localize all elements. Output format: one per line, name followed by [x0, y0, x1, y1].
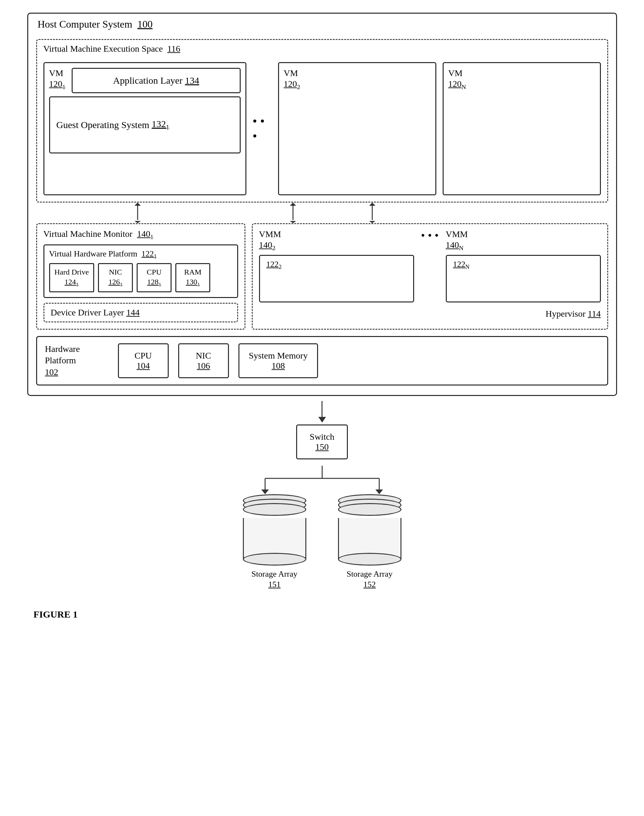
svg-marker-1 — [135, 202, 141, 206]
switch-label: Switch — [310, 432, 334, 442]
cpu-hw-box: CPU 104 — [118, 343, 169, 378]
device-driver-label: Device Driver Layer — [51, 308, 124, 317]
vm-execution-id: 116 — [167, 44, 180, 54]
arrows-between-vms-vmm — [36, 202, 608, 223]
guest-os-id: 1321 — [152, 119, 169, 131]
hw-platform-id: 102 — [45, 367, 58, 377]
arrow-hw-to-switch — [21, 399, 623, 424]
vmn-box: VM 120N — [443, 62, 601, 195]
vmm-right-group: VMM 1402 1222 • • • VMM — [252, 223, 608, 330]
vhp1-box: Virtual Hardware Platform 1221 Hard Driv… — [43, 244, 238, 298]
vmm-right-top: VMM 1402 1222 • • • VMM — [259, 229, 601, 302]
system-memory-id: 108 — [271, 361, 285, 370]
cylinder-body-152 — [338, 518, 402, 559]
vm-execution-space-box: Virtual Machine Execution Space 116 VM 1… — [36, 39, 608, 202]
arrows-svg — [36, 202, 608, 223]
host-computer-label: Host Computer System 100 — [38, 18, 153, 30]
figure-label-text: FIGURE 1 — [34, 609, 78, 620]
storage-152-label: Storage Array 152 — [347, 569, 393, 590]
system-memory-label: System Memory — [249, 351, 308, 360]
storage-section: Storage Array 151 Storage Array 152 — [21, 494, 623, 609]
vm-dots-separator: • • • — [253, 114, 272, 144]
host-computer-box: Host Computer System 100 Virtual Machine… — [27, 13, 617, 396]
cpu1-label: CPU — [147, 268, 162, 276]
vmmn-label: VMM 140N — [446, 229, 601, 252]
device-driver-box: Device Driver Layer 144 — [43, 303, 238, 322]
hypervisor-id: 114 — [588, 309, 601, 318]
cylinder-bottom-152 — [338, 553, 402, 566]
guest-os-label: Guest Operating System — [57, 119, 149, 130]
storage-152-id: 152 — [363, 580, 376, 589]
svg-marker-12 — [261, 490, 269, 494]
storage-151-id: 151 — [268, 580, 281, 589]
vhpn-box: 122N — [446, 255, 601, 302]
vmm2-label: VMM 1402 — [259, 229, 414, 252]
svg-marker-4 — [290, 202, 296, 206]
vm-execution-inner: VM 1201 Application Layer 134 Guest Oper… — [43, 62, 601, 195]
svg-marker-14 — [376, 490, 383, 494]
nic-hw-label: NIC — [196, 351, 211, 360]
application-layer-box: Application Layer 134 — [72, 68, 240, 93]
arrow-line-vertical — [322, 401, 322, 417]
vm-right-group: VM 1202 VM 120N — [278, 62, 601, 195]
vhp2-box: 1222 — [259, 255, 414, 302]
vm2-box: VM 1202 — [278, 62, 436, 195]
vm2-label: VM 1202 — [284, 68, 300, 91]
host-inner: Virtual Machine Execution Space 116 VM 1… — [36, 39, 608, 386]
cylinder-body-151 — [243, 518, 306, 559]
app-layer-label: Application Layer — [113, 75, 182, 86]
diagram-container: Host Computer System 100 Virtual Machine… — [21, 13, 623, 626]
vm1-id: 1201 — [49, 79, 66, 89]
svg-marker-8 — [369, 221, 376, 223]
cpu-hw-id: 104 — [136, 361, 150, 370]
vhp2-label: 1222 — [266, 260, 282, 270]
cyl-ring-3b — [338, 503, 402, 516]
vm1-header: VM 1201 Application Layer 134 — [49, 68, 241, 93]
hardware-platform-section: HardwarePlatform 102 CPU 104 NIC 106 Sys… — [36, 336, 608, 386]
hw-platform-label: HardwarePlatform 102 — [45, 343, 109, 378]
vmmn-section: VMM 140N 122N — [446, 229, 601, 302]
cpu-hw-label: CPU — [135, 351, 152, 360]
vmm1-box: Virtual Machine Monitor 1401 Virtual Har… — [36, 223, 245, 330]
vmm2-section: VMM 1402 1222 — [259, 229, 414, 302]
storage-151-label: Storage Array 151 — [251, 569, 297, 590]
ram1-box: RAM 1301 — [175, 263, 210, 292]
ram1-label: RAM — [184, 268, 202, 276]
vhpn-label: 122N — [453, 260, 469, 270]
cpu1-box: CPU 1281 — [136, 263, 172, 292]
app-layer-id: 134 — [185, 75, 199, 86]
branch-arrows-svg — [227, 466, 417, 498]
arrow-down-line — [318, 401, 326, 423]
device-driver-id: 144 — [126, 308, 140, 317]
hypervisor-label: Hypervisor 114 — [546, 309, 601, 319]
svg-marker-5 — [290, 221, 296, 223]
vmm-dots-text: • • • — [421, 229, 439, 242]
nic-hw-box: NIC 106 — [178, 343, 229, 378]
branch-arrows-container — [227, 466, 417, 498]
hard-drive-box: Hard Drive 1241 — [49, 263, 95, 292]
host-id: 100 — [137, 18, 153, 30]
vmm-dots: • • • — [420, 229, 440, 242]
guest-os-box: Guest Operating System 1321 — [49, 96, 241, 153]
vhp1-label: Virtual Hardware Platform 1221 — [49, 249, 232, 260]
cylinder-top-group-2 — [338, 494, 402, 520]
switch-section: Switch 150 — [21, 424, 623, 459]
arrow-head-down — [318, 417, 326, 423]
nic-hw-id: 106 — [197, 361, 210, 370]
vmm1-label: Virtual Machine Monitor 1401 — [43, 229, 238, 240]
switch-id: 150 — [316, 442, 329, 452]
vm-execution-label: Virtual Machine Execution Space 116 — [43, 44, 181, 54]
vm1-label: VM 1201 — [49, 68, 66, 91]
vmn-label: VM 120N — [448, 68, 466, 91]
nic1-label: NIC — [109, 268, 122, 276]
hypervisor-section: Virtual Machine Monitor 1401 Virtual Har… — [36, 223, 608, 330]
nic1-box: NIC 1261 — [98, 263, 133, 292]
vhp1-components: Hard Drive 1241 NIC 1261 CPU 1281 — [49, 263, 232, 292]
vm1-box: VM 1201 Application Layer 134 Guest Oper… — [43, 62, 246, 195]
storage-array-152: Storage Array 152 — [338, 494, 402, 590]
cylinder-top-group — [243, 494, 306, 520]
system-memory-box: System Memory 108 — [238, 343, 318, 378]
hard-drive-label: Hard Drive — [55, 268, 89, 276]
cylinder-bottom-151 — [243, 553, 306, 566]
figure-label: FIGURE 1 — [34, 609, 636, 620]
